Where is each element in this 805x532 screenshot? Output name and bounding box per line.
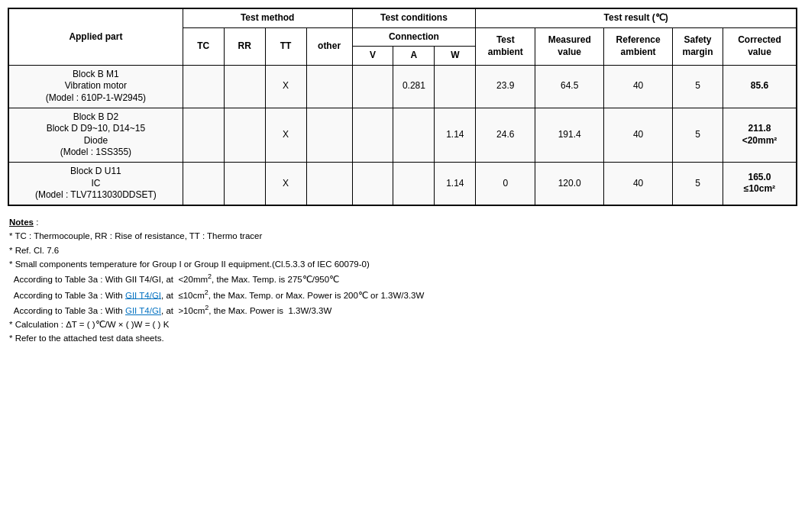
tt-header: TT — [265, 27, 306, 65]
corrected-value-cell-2: 211.8 <20mm² — [723, 108, 796, 162]
applied-part-line1-2: Block B D2 — [73, 111, 118, 122]
notes-section: Notes : * TC : Thermocouple, RR : Rise o… — [8, 212, 797, 349]
safety-margin-cell-3: 5 — [673, 162, 723, 205]
a-cell-3 — [393, 162, 435, 205]
measured-value-cell-2: 191.4 — [535, 108, 604, 162]
a-header: A — [393, 47, 435, 66]
gii-highlight-2: GII T4/GI — [125, 306, 161, 315]
v-cell-2 — [352, 108, 393, 162]
measured-value-cell-3: 120.0 — [535, 162, 604, 205]
corrected-value-main-2: 211.8 — [748, 123, 771, 134]
w-cell-1 — [435, 65, 476, 108]
applied-part-cell-3: Block D U11 IC (Model : TLV7113030DDSET) — [9, 162, 183, 205]
applied-part-line4-2: (Model : 1SS355) — [60, 147, 131, 157]
table-row: Block B M1 Vibration motor (Model : 610P… — [9, 65, 797, 108]
w-cell-3: 1.14 — [435, 162, 476, 205]
test-conditions-header: Test conditions — [352, 9, 476, 28]
other-cell-2 — [306, 108, 352, 162]
applied-part-line3-2: Diode — [84, 135, 108, 146]
connection-header: Connection — [352, 27, 476, 47]
w-cell-2: 1.14 — [435, 108, 476, 162]
w-header: W — [435, 47, 476, 66]
rr-cell-3 — [224, 162, 265, 205]
corrected-value-cell-1: 85.6 — [723, 65, 796, 108]
test-results-table: Applied part Test method Test conditions… — [8, 8, 797, 205]
test-ambient-cell-3: 0 — [476, 162, 535, 205]
main-table-container: Applied part Test method Test conditions… — [8, 8, 797, 206]
tc-header: TC — [183, 27, 224, 65]
test-ambient-header: Test ambient — [476, 27, 535, 65]
test-result-header: Test result (℃) — [476, 9, 797, 28]
safety-margin-header: Safety margin — [673, 27, 723, 65]
measured-value-header: Measured value — [535, 27, 604, 65]
tt-cell-2: X — [265, 108, 306, 162]
v-header: V — [352, 47, 393, 66]
a-cell-2 — [393, 108, 435, 162]
tc-cell-3 — [183, 162, 224, 205]
corrected-value-sub-2: <20mm² — [742, 135, 778, 146]
other-header: other — [306, 27, 352, 65]
table-row: Block D U11 IC (Model : TLV7113030DDSET)… — [9, 162, 797, 205]
v-cell-3 — [352, 162, 393, 205]
applied-part-line2: Vibration motor — [65, 80, 127, 91]
rr-cell-1 — [224, 65, 265, 108]
header-row-1: Applied part Test method Test conditions… — [9, 9, 797, 28]
safety-margin-cell-2: 5 — [673, 108, 723, 162]
tt-cell-1: X — [265, 65, 306, 108]
corrected-value-sub-3: ≤10cm² — [744, 183, 775, 194]
applied-part-line2-3: IC — [91, 178, 100, 189]
rr-cell-2 — [224, 108, 265, 162]
applied-part-cell-2: Block B D2 Block D D9~10, D14~15 Diode (… — [9, 108, 183, 162]
applied-part-line3: (Model : 610P-1-W2945) — [46, 92, 146, 103]
a-cell-1: 0.281 — [393, 65, 435, 108]
applied-part-line3-3: (Model : TLV7113030DDSET) — [35, 189, 157, 200]
corrected-value-header: Corrected value — [723, 27, 796, 65]
rr-header: RR — [224, 27, 265, 65]
reference-ambient-header: Reference ambient — [604, 27, 673, 65]
note-item-2: * Ref. Cl. 7.6 — [9, 246, 59, 255]
test-ambient-cell-2: 24.6 — [476, 108, 535, 162]
applied-part-line2-2: Block D D9~10, D14~15 — [47, 123, 145, 134]
table-row: Block B D2 Block D D9~10, D14~15 Diode (… — [9, 108, 797, 162]
tc-cell-1 — [183, 65, 224, 108]
gii-highlight-1: GII T4/GI — [125, 290, 161, 299]
reference-ambient-cell-2: 40 — [604, 108, 673, 162]
applied-part-line1-3: Block D U11 — [70, 166, 121, 176]
applied-part-line1: Block B M1 — [73, 69, 119, 79]
applied-part-header: Applied part — [9, 9, 183, 66]
measured-value-cell-1: 64.5 — [535, 65, 604, 108]
note-item-7: * Calculation : ΔT = ( )℃/W × ( )W = ( )… — [9, 320, 169, 329]
notes-title: Notes — [9, 218, 34, 227]
other-cell-3 — [306, 162, 352, 205]
applied-part-cell-1: Block B M1 Vibration motor (Model : 610P… — [9, 65, 183, 108]
other-cell-1 — [306, 65, 352, 108]
note-item-8: * Refer to the attached test data sheets… — [9, 334, 164, 343]
test-ambient-cell-1: 23.9 — [476, 65, 535, 108]
reference-ambient-cell-1: 40 — [604, 65, 673, 108]
safety-margin-cell-1: 5 — [673, 65, 723, 108]
note-item-1: * TC : Thermocouple, RR : Rise of resist… — [9, 231, 262, 240]
test-method-header: Test method — [183, 9, 352, 28]
reference-ambient-cell-3: 40 — [604, 162, 673, 205]
corrected-value-main-3: 165.0 — [748, 172, 771, 182]
corrected-value-cell-3: 165.0 ≤10cm² — [723, 162, 796, 205]
v-cell-1 — [352, 65, 393, 108]
tc-cell-2 — [183, 108, 224, 162]
note-item-3: * Small components temperature for Group… — [9, 260, 370, 269]
tt-cell-3: X — [265, 162, 306, 205]
